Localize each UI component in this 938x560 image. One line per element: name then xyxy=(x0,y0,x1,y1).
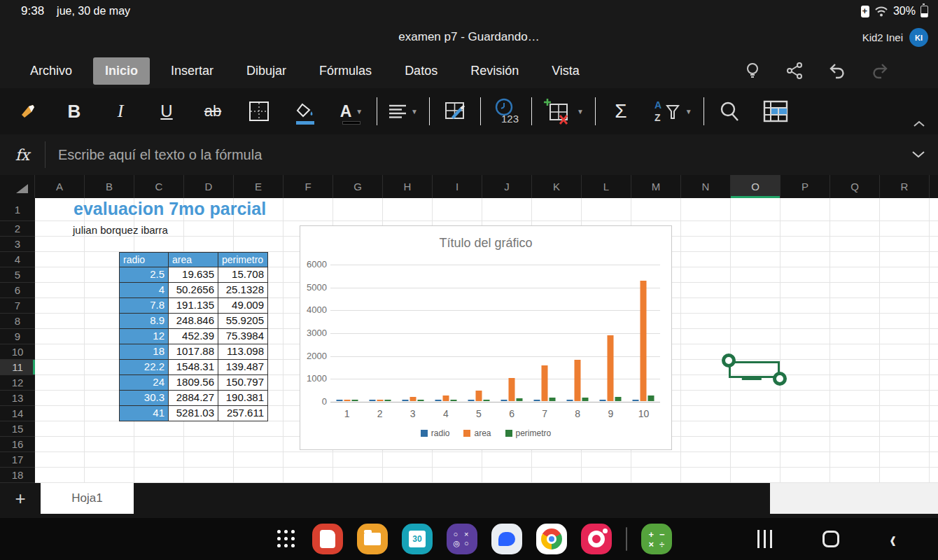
grid-cell[interactable] xyxy=(731,344,780,360)
grid-cell[interactable] xyxy=(134,452,184,468)
grid-cell[interactable] xyxy=(731,452,780,468)
grid-cell[interactable] xyxy=(930,198,938,221)
grid-cell[interactable] xyxy=(930,437,938,452)
grid-cell[interactable] xyxy=(532,198,582,221)
column-header-c[interactable]: C xyxy=(134,175,184,198)
grid-cell[interactable] xyxy=(731,237,780,252)
grid-cell[interactable] xyxy=(780,468,830,483)
grid-cell[interactable] xyxy=(234,237,284,252)
column-header-l[interactable]: L xyxy=(582,175,631,198)
grid-cell[interactable] xyxy=(930,344,938,360)
grid-cell[interactable] xyxy=(383,468,433,483)
expand-formula-bar-button[interactable] xyxy=(911,148,938,161)
table-header-radio[interactable]: radio xyxy=(119,252,169,267)
grid-cell[interactable] xyxy=(184,421,234,437)
grid-cell[interactable] xyxy=(731,221,780,237)
row-header-5[interactable]: 5 xyxy=(0,267,35,283)
selection-fill-handle[interactable] xyxy=(741,376,761,380)
column-header-j[interactable]: J xyxy=(482,175,532,198)
grid-cell[interactable] xyxy=(830,344,880,360)
grid-cell[interactable] xyxy=(35,391,85,406)
avatar[interactable]: KI xyxy=(909,28,928,47)
cell-selection-o11[interactable] xyxy=(729,361,780,378)
table-cell[interactable]: 150.797 xyxy=(218,375,268,391)
grid-cell[interactable] xyxy=(582,468,631,483)
fill-color-button[interactable] xyxy=(291,95,319,127)
grid-cell[interactable] xyxy=(383,198,433,221)
grid-cell[interactable] xyxy=(880,452,930,468)
format-painter-button[interactable] xyxy=(14,95,42,127)
table-cell[interactable]: 15.708 xyxy=(218,267,268,283)
grid-cell[interactable] xyxy=(731,406,780,421)
grid-cell[interactable] xyxy=(681,391,731,406)
table-cell[interactable]: 5281.03 xyxy=(169,406,218,421)
chrome-app-icon[interactable] xyxy=(536,524,567,554)
grid-cell[interactable] xyxy=(780,329,830,344)
grid-cell[interactable] xyxy=(134,437,184,452)
column-header-k[interactable]: K xyxy=(532,175,582,198)
grid-cell[interactable] xyxy=(830,329,880,344)
grid-cell[interactable] xyxy=(35,344,85,360)
row-header-17[interactable]: 17 xyxy=(0,452,35,468)
row-header-10[interactable]: 10 xyxy=(0,344,35,360)
grid-cell[interactable] xyxy=(234,468,284,483)
row-header-13[interactable]: 13 xyxy=(0,391,35,406)
grid-cell[interactable] xyxy=(184,221,234,237)
calculator-app-icon[interactable]: +−×÷ xyxy=(641,524,672,554)
grid-cell[interactable] xyxy=(532,452,582,468)
table-cell[interactable]: 55.9205 xyxy=(218,314,268,329)
grid-cell[interactable] xyxy=(880,221,930,237)
grid-cell[interactable] xyxy=(930,314,938,329)
column-header-f[interactable]: F xyxy=(284,175,333,198)
table-cell[interactable]: 139.487 xyxy=(218,360,268,375)
table-cell[interactable]: 1017.88 xyxy=(169,344,218,360)
grid-cell[interactable] xyxy=(731,298,780,314)
table-cell[interactable]: 1809.56 xyxy=(169,375,218,391)
grid-cell[interactable] xyxy=(35,437,85,452)
grid-cell[interactable] xyxy=(780,375,830,391)
grid-cell[interactable] xyxy=(284,198,333,221)
column-header-r[interactable]: R xyxy=(880,175,930,198)
grid-cell[interactable] xyxy=(780,252,830,267)
grid-cell[interactable] xyxy=(880,198,930,221)
grid-cell[interactable] xyxy=(830,375,880,391)
table-cell[interactable]: 248.846 xyxy=(169,314,218,329)
grid-cell[interactable] xyxy=(631,468,681,483)
grid-cell[interactable] xyxy=(780,298,830,314)
table-cell[interactable]: 7.8 xyxy=(119,298,169,314)
grid-cell[interactable] xyxy=(85,468,134,483)
grid-cell[interactable] xyxy=(930,237,938,252)
grid-cell[interactable] xyxy=(681,468,731,483)
table-cell[interactable]: 2.5 xyxy=(119,267,169,283)
row-header-11[interactable]: 11 xyxy=(0,360,35,375)
grid-cell[interactable] xyxy=(482,452,532,468)
embedded-chart[interactable]: Título del gráfico 600050004000300020001… xyxy=(300,225,672,450)
messages-app-icon[interactable] xyxy=(491,524,522,554)
table-cell[interactable]: 41 xyxy=(119,406,169,421)
grid-cell[interactable] xyxy=(731,283,780,298)
camera-app-icon[interactable] xyxy=(581,524,612,554)
grid-cell[interactable] xyxy=(930,360,938,375)
grid-cell[interactable] xyxy=(830,314,880,329)
grid-cell[interactable] xyxy=(880,344,930,360)
grid-cell[interactable] xyxy=(35,360,85,375)
grid-cell[interactable] xyxy=(234,437,284,452)
grid-cell[interactable] xyxy=(780,283,830,298)
grid-cell[interactable] xyxy=(731,267,780,283)
grid-cell[interactable] xyxy=(35,267,85,283)
table-cell[interactable]: 113.098 xyxy=(218,344,268,360)
grid-cell[interactable] xyxy=(930,267,938,283)
grid-cell[interactable] xyxy=(780,237,830,252)
italic-button[interactable]: I xyxy=(106,95,134,127)
autosum-button[interactable]: Σ xyxy=(607,95,635,127)
grid-cell[interactable] xyxy=(333,468,383,483)
ribbon-tab-insertar[interactable]: Insertar xyxy=(159,57,225,85)
grid-cell[interactable] xyxy=(631,452,681,468)
grid-cell[interactable] xyxy=(930,375,938,391)
column-header-d[interactable]: D xyxy=(184,175,234,198)
row-header-6[interactable]: 6 xyxy=(0,283,35,298)
grid-cell[interactable] xyxy=(930,283,938,298)
grid-cell[interactable] xyxy=(930,421,938,437)
grid-cell[interactable] xyxy=(780,221,830,237)
grid-cell[interactable] xyxy=(731,468,780,483)
